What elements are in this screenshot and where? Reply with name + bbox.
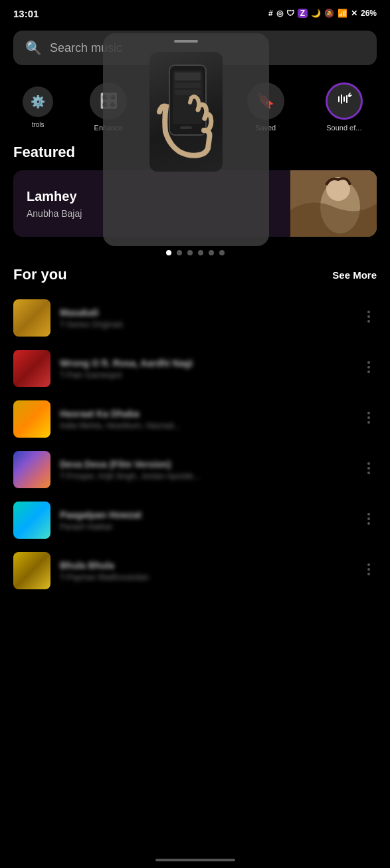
svg-rect-27 bbox=[180, 126, 192, 129]
svg-point-13 bbox=[367, 462, 370, 465]
song-title: Hasraat Ka Dhaba bbox=[60, 408, 351, 419]
moon-icon: 🌙 bbox=[311, 9, 321, 18]
svg-rect-26 bbox=[175, 90, 201, 95]
song-artist: T-Frosper, Arijit Singh, Jordan Apostle.… bbox=[60, 472, 351, 481]
song-menu-icon[interactable] bbox=[361, 309, 377, 328]
overlay-card bbox=[103, 33, 269, 246]
song-thumbnail bbox=[13, 502, 50, 539]
song-info: Paagalpan Howzat Parash Hakkar bbox=[60, 509, 351, 531]
song-title: Deva Deva (Film Version) bbox=[60, 459, 351, 470]
svg-point-9 bbox=[367, 370, 370, 373]
song-menu-icon[interactable] bbox=[361, 359, 377, 378]
dot-5[interactable] bbox=[209, 250, 214, 255]
song-artist: India Mehta, Heartburn, Hasraat... bbox=[60, 421, 351, 430]
x-icon: ✕ bbox=[351, 9, 357, 18]
svg-point-7 bbox=[367, 361, 370, 364]
svg-point-8 bbox=[367, 366, 370, 368]
song-menu-icon[interactable] bbox=[361, 410, 377, 429]
svg-rect-25 bbox=[175, 82, 201, 88]
search-icon: 🔍 bbox=[25, 40, 42, 56]
status-bar: 13:01 # ◎ 🛡 Z 🌙 🔕 📶 ✕ 26% bbox=[0, 0, 390, 24]
dot-6[interactable] bbox=[219, 250, 225, 255]
controls-icon: ⚙️ bbox=[31, 94, 45, 109]
dot-3[interactable] bbox=[187, 250, 193, 255]
dot-1[interactable] bbox=[166, 250, 171, 255]
svg-point-5 bbox=[367, 315, 370, 318]
song-menu-icon[interactable] bbox=[361, 511, 377, 530]
overlay-phone-image bbox=[149, 52, 223, 172]
svg-point-4 bbox=[367, 311, 370, 313]
battery-icon: 26% bbox=[361, 9, 377, 18]
home-indicator bbox=[155, 859, 235, 861]
soundfx-icon-wrap[interactable] bbox=[326, 82, 363, 120]
for-you-header: For you See More bbox=[13, 266, 377, 283]
song-info: Hasraat Ka Dhaba India Mehta, Heartburn,… bbox=[60, 408, 351, 430]
svg-point-11 bbox=[367, 416, 370, 419]
song-menu-icon[interactable] bbox=[361, 460, 377, 480]
svg-point-18 bbox=[367, 522, 370, 525]
list-item[interactable]: Bhula Bhula T-Payman Madhuvandan bbox=[13, 545, 377, 596]
song-info: Deva Deva (Film Version) T-Frosper, Arij… bbox=[60, 459, 351, 481]
bell-icon: 🔕 bbox=[324, 9, 334, 18]
svg-point-19 bbox=[367, 563, 370, 566]
song-title: Wrong O ft. Rosa, Aardhi Nagi bbox=[60, 358, 351, 368]
svg-point-14 bbox=[367, 467, 370, 470]
song-title: Paagalpan Howzat bbox=[60, 509, 351, 520]
list-item[interactable]: Deva Deva (Film Version) T-Frosper, Arij… bbox=[13, 444, 377, 495]
song-artist: Parash Hakkar bbox=[60, 522, 351, 531]
dot-4[interactable] bbox=[198, 250, 203, 255]
song-thumbnail bbox=[13, 299, 50, 337]
status-icons: # ◎ 🛡 Z 🌙 🔕 📶 ✕ 26% bbox=[268, 9, 377, 18]
hashtag-icon: # bbox=[268, 9, 273, 18]
svg-point-16 bbox=[367, 513, 370, 515]
phone-visual bbox=[149, 52, 223, 172]
soundfx-icon bbox=[336, 90, 353, 112]
soundfx-label: Sound ef... bbox=[326, 124, 361, 132]
featured-album-art bbox=[290, 170, 377, 237]
quick-action-soundfx[interactable]: Sound ef... bbox=[321, 82, 367, 132]
for-you-title: For you bbox=[13, 266, 67, 283]
song-info: Bhula Bhula T-Payman Madhuvandan bbox=[60, 560, 351, 582]
svg-point-10 bbox=[367, 412, 370, 414]
wifi-icon: 📶 bbox=[338, 9, 347, 18]
controls-label: trols bbox=[32, 121, 45, 128]
song-artist: T-Payman Madhuvandan bbox=[60, 573, 351, 582]
song-artist: T-Series Originals bbox=[60, 320, 351, 329]
dot-2[interactable] bbox=[177, 250, 182, 255]
for-you-section: For you See More Masakali T-Series Origi… bbox=[0, 263, 390, 596]
list-item[interactable]: Wrong O ft. Rosa, Aardhi Nagi T-Pain Gam… bbox=[13, 343, 377, 394]
svg-point-15 bbox=[367, 472, 370, 474]
instagram-icon: ◎ bbox=[276, 9, 283, 18]
list-item[interactable]: Hasraat Ka Dhaba India Mehta, Heartburn,… bbox=[13, 394, 377, 444]
song-title: Masakali bbox=[60, 307, 351, 318]
svg-rect-24 bbox=[175, 72, 201, 80]
song-title: Bhula Bhula bbox=[60, 560, 351, 571]
song-info: Masakali T-Series Originals bbox=[60, 307, 351, 329]
song-info: Wrong O ft. Rosa, Aardhi Nagi T-Pain Gam… bbox=[60, 358, 351, 380]
song-thumbnail bbox=[13, 552, 50, 589]
quick-action-controls[interactable]: ⚙️ trols bbox=[23, 86, 53, 128]
controls-icon-wrap[interactable]: ⚙️ bbox=[23, 86, 53, 117]
song-thumbnail bbox=[13, 451, 50, 488]
svg-point-17 bbox=[367, 517, 370, 520]
song-menu-icon[interactable] bbox=[361, 561, 377, 581]
svg-point-12 bbox=[367, 421, 370, 424]
status-time: 13:01 bbox=[13, 8, 39, 19]
carousel-dots bbox=[0, 250, 390, 255]
svg-point-20 bbox=[367, 568, 370, 571]
see-more-button[interactable]: See More bbox=[332, 269, 377, 281]
svg-point-21 bbox=[367, 573, 370, 575]
svg-point-6 bbox=[367, 320, 370, 323]
list-item[interactable]: Masakali T-Series Originals bbox=[13, 293, 377, 343]
z-icon: Z bbox=[298, 9, 308, 18]
list-item[interactable]: Paagalpan Howzat Parash Hakkar bbox=[13, 495, 377, 545]
featured-image-visual bbox=[290, 170, 377, 237]
song-thumbnail bbox=[13, 400, 50, 438]
song-artist: T-Pain Gamespot bbox=[60, 370, 351, 380]
overlay-handle bbox=[174, 40, 198, 43]
song-thumbnail bbox=[13, 350, 50, 387]
song-list: Masakali T-Series Originals Wrong O ft. … bbox=[13, 293, 377, 596]
shield-icon: 🛡 bbox=[286, 9, 294, 18]
